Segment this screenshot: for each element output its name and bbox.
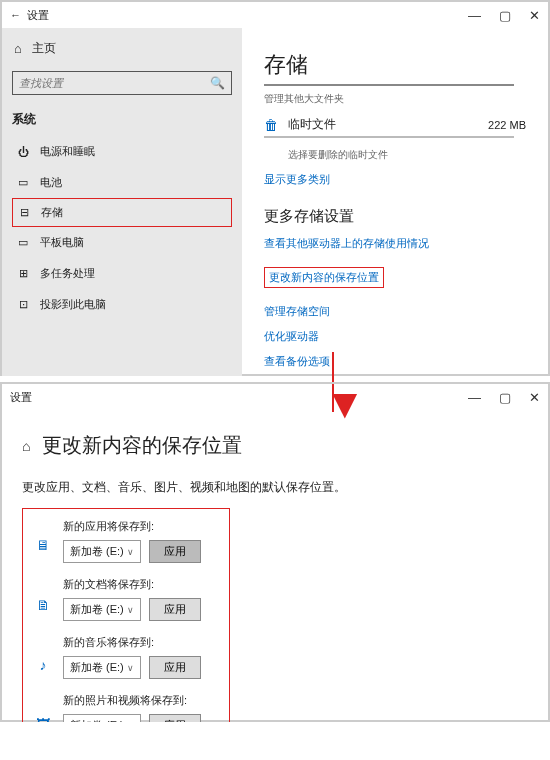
close-button[interactable]: ✕ [529, 8, 540, 23]
search-field[interactable] [19, 77, 210, 89]
nav-label: 投影到此电脑 [40, 297, 106, 312]
home-icon: ⌂ [14, 41, 22, 56]
chevron-down-icon: ∨ [127, 721, 134, 723]
dropdown-value: 新加卷 (E:) [70, 602, 124, 617]
nav-label: 平板电脑 [40, 235, 84, 250]
nav-label: 电池 [40, 175, 62, 190]
temp-files-row[interactable]: 🗑 临时文件 222 MB [264, 116, 526, 133]
home-label: 主页 [32, 40, 56, 57]
dropdown-value: 新加卷 (E:) [70, 544, 124, 559]
page-title-2: 更改新内容的保存位置 [42, 432, 242, 459]
nav-icon: ▭ [16, 236, 30, 249]
category-icon: 🗎 [31, 597, 55, 613]
apply-button[interactable]: 应用 [149, 540, 201, 563]
search-input[interactable]: 🔍 [12, 71, 232, 95]
chevron-down-icon: ∨ [127, 605, 134, 615]
minimize-button[interactable]: — [468, 390, 481, 405]
location-label: 新的音乐将保存到: [63, 635, 221, 650]
drive-dropdown[interactable]: 新加卷 (E:) ∨ [63, 656, 141, 679]
location-item: 新的应用将保存到: 新加卷 (E:) ∨ 应用 [63, 519, 221, 563]
window-title: 设置 [27, 8, 49, 23]
temp-value: 222 MB [488, 119, 526, 131]
nav-label: 多任务处理 [40, 266, 95, 281]
nav-icon: ⊟ [17, 206, 31, 219]
sidebar-item[interactable]: ⊞多任务处理 [12, 258, 232, 289]
divider [264, 136, 514, 138]
drive-dropdown[interactable]: 新加卷 (E:) ∨ [63, 598, 141, 621]
storage-link[interactable]: 查看其他驱动器上的存储使用情况 [264, 236, 526, 251]
home-icon[interactable]: ⌂ [22, 438, 30, 454]
chevron-down-icon: ∨ [127, 663, 134, 673]
more-storage-title: 更多存储设置 [264, 207, 526, 226]
page-description: 更改应用、文档、音乐、图片、视频和地图的默认保存位置。 [22, 479, 528, 496]
nav-label: 存储 [41, 205, 63, 220]
maximize-button[interactable]: ▢ [499, 390, 511, 405]
nav-icon: ▭ [16, 176, 30, 189]
page-title: 存储 [264, 50, 526, 80]
category-icon: 🖥 [31, 537, 55, 553]
drive-dropdown[interactable]: 新加卷 (E:) ∨ [63, 714, 141, 722]
location-item: 新的文档将保存到: 新加卷 (E:) ∨ 应用 [63, 577, 221, 621]
nav-icon: ⊡ [16, 298, 30, 311]
home-nav[interactable]: ⌂ 主页 [12, 34, 232, 63]
divider [264, 84, 514, 86]
apply-button[interactable]: 应用 [149, 598, 201, 621]
apply-button[interactable]: 应用 [149, 656, 201, 679]
storage-link[interactable]: 更改新内容的保存位置 [264, 267, 384, 288]
sidebar-item[interactable]: ▭平板电脑 [12, 227, 232, 258]
storage-link[interactable]: 优化驱动器 [264, 329, 526, 344]
close-button[interactable]: ✕ [529, 390, 540, 405]
show-more-link[interactable]: 显示更多类别 [264, 172, 526, 187]
nav-icon: ⊞ [16, 267, 30, 280]
temp-sub: 选择要删除的临时文件 [288, 148, 526, 162]
location-item: 新的照片和视频将保存到: 新加卷 (E:) ∨ 应用 [63, 693, 221, 722]
trash-icon: 🗑 [264, 117, 278, 133]
chevron-down-icon: ∨ [127, 547, 134, 557]
location-label: 新的照片和视频将保存到: [63, 693, 221, 708]
location-label: 新的应用将保存到: [63, 519, 221, 534]
dropdown-value: 新加卷 (E:) [70, 660, 124, 675]
window-title-2: 设置 [10, 390, 32, 405]
nav-label: 电源和睡眠 [40, 144, 95, 159]
location-item: 新的音乐将保存到: 新加卷 (E:) ∨ 应用 [63, 635, 221, 679]
storage-link[interactable]: 查看备份选项 [264, 354, 526, 369]
sidebar-item[interactable]: ▭电池 [12, 167, 232, 198]
location-label: 新的文档将保存到: [63, 577, 221, 592]
subline: 管理其他大文件夹 [264, 92, 526, 106]
sidebar-item[interactable]: ⏻电源和睡眠 [12, 136, 232, 167]
apply-button[interactable]: 应用 [149, 714, 201, 722]
storage-link[interactable]: 管理存储空间 [264, 304, 526, 319]
section-title: 系统 [12, 111, 232, 128]
sidebar-item[interactable]: ⊟存储 [12, 198, 232, 227]
back-icon[interactable]: ← [10, 9, 21, 21]
nav-icon: ⏻ [16, 146, 30, 158]
maximize-button[interactable]: ▢ [499, 8, 511, 23]
drive-dropdown[interactable]: 新加卷 (E:) ∨ [63, 540, 141, 563]
temp-label: 临时文件 [288, 116, 478, 133]
sidebar-item[interactable]: ⊡投影到此电脑 [12, 289, 232, 320]
dropdown-value: 新加卷 (E:) [70, 718, 124, 722]
category-icon: 🖼 [31, 717, 55, 722]
category-icon: ♪ [31, 657, 55, 673]
minimize-button[interactable]: — [468, 8, 481, 23]
search-icon: 🔍 [210, 76, 225, 90]
